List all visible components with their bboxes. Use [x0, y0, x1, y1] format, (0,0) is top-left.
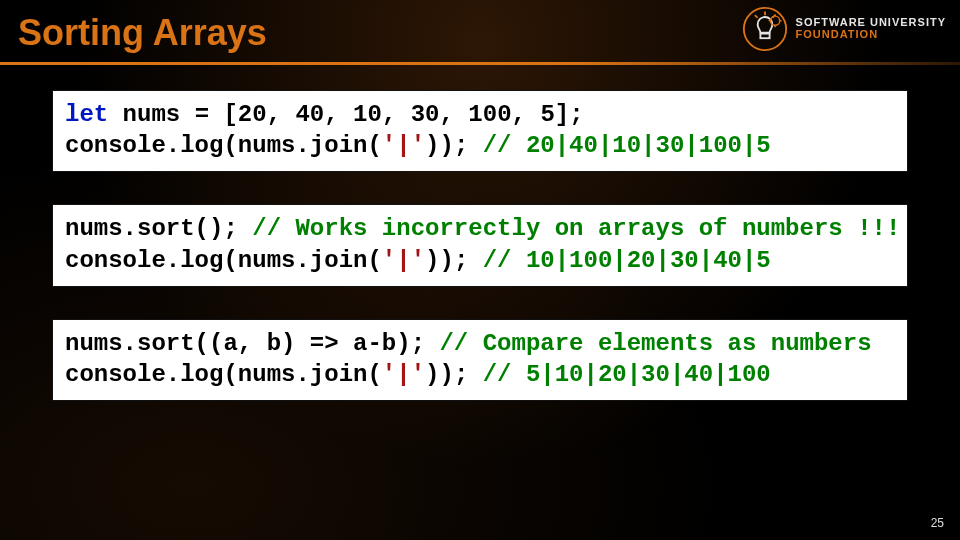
logo-line-2: FOUNDATION [796, 29, 946, 41]
code-block-3: nums.sort((a, b) => a-b); // Compare ele… [52, 319, 908, 401]
code-block-2: nums.sort(); // Works incorrectly on arr… [52, 204, 908, 286]
code-block-1: let nums = [20, 40, 10, 30, 100, 5]; con… [52, 90, 908, 172]
logo-text: SOFTWARE UNIVERSITY FOUNDATION [796, 17, 946, 40]
page-number: 25 [931, 516, 944, 530]
lightbulb-gear-icon [742, 6, 788, 52]
content-area: let nums = [20, 40, 10, 30, 100, 5]; con… [52, 90, 908, 401]
svg-rect-1 [760, 34, 769, 39]
logo: SOFTWARE UNIVERSITY FOUNDATION [742, 6, 946, 52]
header-divider [0, 62, 960, 65]
svg-line-3 [754, 15, 757, 18]
slide-title: Sorting Arrays [18, 12, 267, 54]
